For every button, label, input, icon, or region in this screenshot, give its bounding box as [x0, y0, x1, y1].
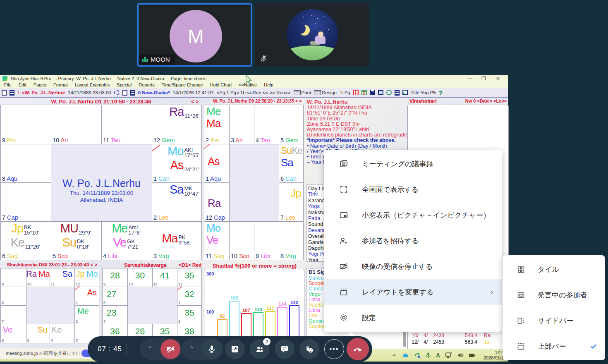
menu-time-space-change[interactable]: Time/Space Change [162, 82, 203, 87]
menu-file[interactable]: File [4, 82, 12, 87]
app-title: Shri Jyoti Star 9 Pro [11, 76, 51, 81]
menu-item-fullscreen[interactable]: 全画面で表示する [324, 177, 502, 202]
menu-item-change-layout[interactable]: レイアウトを変更する › [324, 279, 502, 305]
planet-entry: Ve [206, 235, 218, 245]
print-label[interactable]: Print [302, 90, 311, 95]
new-chart-icon[interactable] [2, 90, 7, 96]
native2-selector[interactable]: 0 Now-Osaka* [138, 90, 170, 95]
share-screen-button[interactable] [225, 339, 245, 359]
open-chart2-icon[interactable] [130, 90, 135, 96]
menu-reports[interactable]: Reports [139, 82, 155, 87]
d9-cell: MoVe 11 Sag [204, 221, 230, 260]
d60-cell: 8 [0, 287, 26, 306]
screen: M MOON Shri Jyoti Star 9 Pro - Primary: … [0, 0, 608, 364]
tray-mic-icon[interactable] [426, 352, 431, 359]
menu-hold-chart[interactable]: Hold Chart [210, 82, 232, 87]
chat-button[interactable] [275, 339, 294, 359]
planet-entry: Jp [291, 188, 301, 199]
more-options-button[interactable]: ••• [324, 339, 344, 359]
title-yog-label[interactable]: Title Yog P5 [411, 90, 436, 95]
reactions-icon [305, 345, 314, 354]
menu-item-picture-in-picture[interactable]: 小窓表示（ピクチャ－インピクチャー） [324, 202, 502, 228]
menu-item-meeting-notes[interactable]: ミーティングの議事録 [324, 151, 502, 177]
camera-toggle-button[interactable] [160, 339, 180, 359]
d1-cell: SaMK10°47' 2 Leo [152, 182, 202, 222]
alert-icon[interactable]: ! [17, 90, 19, 95]
d9-chart-header: W. Po. J.L.Nerhu D9 22:58:20 - 23:13:35 [204, 98, 303, 103]
d9-nav-arrows[interactable]: < > [295, 98, 302, 103]
video-tile-moon[interactable]: M MOON [137, 3, 252, 67]
settings-icon [339, 313, 348, 322]
d1-nav-arrows[interactable]: < > [191, 98, 199, 105]
grid-red-icon[interactable] [353, 90, 359, 95]
camera-options-chevron[interactable]: ⌃ [148, 345, 153, 352]
sav-cell: 289 [102, 268, 128, 287]
d60-nav-arrows[interactable]: < > [91, 262, 97, 267]
menu-item-invite-participants[interactable]: 参加者を招待する [324, 228, 502, 254]
menu-item-stop-receiving-video[interactable]: 映像の受信を停止する [324, 254, 502, 279]
planet-entry: Ke11°26' [10, 237, 40, 249]
tray-chevron-icon[interactable] [391, 352, 397, 358]
sav-cell: 278 [102, 287, 128, 306]
new-chart2-icon[interactable] [122, 90, 127, 96]
design-icon[interactable] [314, 90, 321, 95]
fullscreen-icon [339, 185, 348, 194]
close-button[interactable]: ✕ [496, 76, 500, 81]
sav-cell: 4111 [152, 268, 177, 287]
menu-item-settings[interactable]: 設定 [324, 305, 502, 330]
display-icon[interactable] [445, 352, 452, 358]
d1-cell: MU29°9' SuDK0°16' 5 Sco [51, 221, 102, 260]
sign-row: Gemini [309, 318, 325, 324]
menu-format[interactable]: Format [53, 82, 68, 87]
report-icon[interactable] [395, 90, 400, 96]
page-run-nav[interactable]: <Pg 1 Pg> 1h <<Run << >> Run>> [217, 90, 291, 95]
minimize-button[interactable]: — [467, 76, 472, 81]
mic-options-chevron[interactable]: ⌃ [189, 345, 194, 352]
app-title-page: Page: time check [171, 76, 206, 81]
pencil-icon[interactable]: ✎ [340, 90, 344, 96]
taskbar-clock[interactable]: 12:41 2026/01/14 [476, 350, 506, 360]
d9-cell: Jp 7 Leo [279, 182, 304, 222]
save-icon[interactable] [370, 90, 375, 95]
menu-help[interactable]: Help [264, 82, 273, 87]
sync-icon[interactable] [414, 352, 421, 359]
menu-special[interactable]: Special [117, 82, 132, 87]
pg-label[interactable]: Pg [345, 90, 350, 95]
sign-row: Cancer [309, 286, 325, 292]
maximize-button[interactable]: ❐ [481, 76, 486, 81]
cloud-icon[interactable] [402, 352, 409, 358]
app-title-primary: - Primary: W. Po. J.L.Nerhu [55, 76, 111, 81]
reactions-button[interactable] [299, 339, 319, 359]
menu-edit[interactable]: Edit [19, 82, 26, 87]
menu-pages[interactable]: Pages [34, 82, 46, 87]
submenu-item-top-bar[interactable]: 上部バー [503, 333, 605, 359]
d1-cell: Ra11°26' 12 Gem [152, 105, 202, 144]
d1-cell: MaPK9°58' 3 Virg [152, 221, 202, 260]
active-speaker-layout-icon [517, 291, 525, 299]
speaker-icon[interactable] [457, 352, 464, 358]
grid-multi-icon[interactable] [361, 90, 367, 95]
open-chart-icon[interactable] [10, 90, 14, 96]
menu-layout-examples[interactable]: Layout Examples [75, 82, 110, 87]
design-label[interactable]: Design [322, 90, 337, 95]
print-icon[interactable] [294, 90, 301, 95]
refresh-icon[interactable] [114, 90, 120, 95]
video-tile-2[interactable] [255, 3, 369, 67]
y-tick: 300 [206, 271, 214, 276]
help-icon[interactable]: ? [439, 89, 443, 96]
d60-cell: Ke4 [50, 324, 75, 343]
chart-icon[interactable] [402, 90, 408, 95]
d9-cell: As 1 Aqu [204, 144, 230, 183]
native1-selector[interactable]: <W. Po. J.L.Nerhu> [22, 90, 65, 95]
mic-toggle-button[interactable] [202, 339, 222, 359]
submenu-item-sidebar[interactable]: サイドバー [503, 308, 605, 333]
submenu-item-tile[interactable]: タイル [503, 256, 605, 282]
clock-icon[interactable] [386, 90, 392, 95]
end-call-button[interactable] [347, 338, 369, 360]
sign-row: Libra [309, 297, 320, 302]
screen-icon[interactable] [378, 90, 383, 95]
invite-icon [339, 236, 348, 245]
battery-icon[interactable] [469, 353, 476, 358]
ime-icon[interactable]: A [436, 352, 440, 359]
submenu-item-active-speaker[interactable]: 発言中の参加者 [503, 282, 605, 308]
